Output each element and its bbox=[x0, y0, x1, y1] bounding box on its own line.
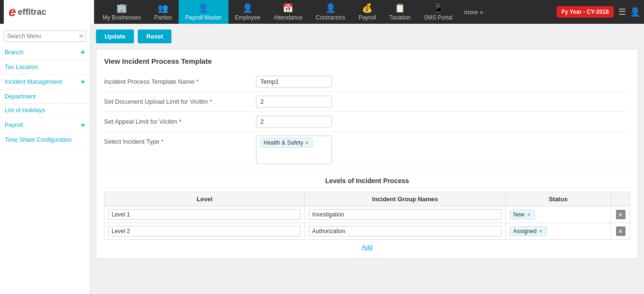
nav-item-my-businesses[interactable]: 🏢My Businesses bbox=[96, 0, 148, 24]
nav-item-parties[interactable]: 👥Parties bbox=[148, 0, 179, 24]
incident-type-tag-area[interactable]: Health & Safety ✕ bbox=[256, 136, 332, 164]
levels-col-0: Level bbox=[104, 192, 305, 206]
delete-button-row-2[interactable]: ✕ bbox=[616, 226, 625, 236]
status-remove-row-2[interactable]: ✕ bbox=[539, 228, 543, 235]
template-name-input[interactable] bbox=[256, 76, 332, 88]
sidebar-label-branch: Branch bbox=[5, 49, 24, 56]
appeal-limit-input[interactable] bbox=[256, 116, 332, 127]
levels-col-3 bbox=[611, 192, 630, 206]
logo-area: e effitrac bbox=[4, 0, 94, 24]
group-cell-row-1 bbox=[305, 206, 505, 223]
status-cell-row-1: New ✕ bbox=[505, 206, 611, 223]
doc-upload-limit-input[interactable] bbox=[256, 96, 332, 108]
nav-label-my-businesses: My Businesses bbox=[103, 14, 141, 21]
group-input-row-1[interactable] bbox=[309, 209, 501, 220]
level-cell-row-1 bbox=[104, 206, 305, 223]
sidebar-plus-incident-management[interactable]: + bbox=[81, 78, 85, 86]
sidebar-item-payroll[interactable]: Payroll+ bbox=[0, 118, 90, 133]
fy-badge[interactable]: Fy Year - CY-2018 bbox=[557, 6, 614, 18]
nav-item-taxation[interactable]: 📋Taxation bbox=[383, 0, 417, 24]
tag-label-health-safety: Health & Safety bbox=[264, 139, 303, 146]
sidebar-item-tax-location[interactable]: Tax Location bbox=[0, 60, 90, 74]
logo-brand: effitrac bbox=[18, 7, 47, 17]
user-icon[interactable]: 👤 bbox=[630, 7, 640, 17]
nav-icon-my-businesses: 🏢 bbox=[116, 3, 127, 13]
field-incident-type: Health & Safety ✕ bbox=[256, 136, 630, 164]
nav-more[interactable]: more » bbox=[459, 6, 488, 19]
sidebar-label-list-of-holidays: List of Holidays bbox=[5, 107, 45, 114]
delete-cell-row-1: ✕ bbox=[611, 206, 630, 223]
form-row-appeal-limit: Set Appeal Limit for Vicitim * bbox=[104, 112, 630, 132]
sidebar-item-department[interactable]: Department bbox=[0, 90, 90, 104]
logo-letter: e bbox=[9, 4, 16, 20]
reset-button[interactable]: Reset bbox=[138, 29, 171, 43]
nav-item-sms-portal[interactable]: 📱SMS Portal bbox=[417, 0, 459, 24]
field-doc-upload-limit bbox=[256, 96, 630, 108]
nav-icon-contractors: 👤 bbox=[325, 3, 336, 13]
update-button[interactable]: Update bbox=[96, 29, 134, 43]
sidebar-label-incident-management: Incident Management bbox=[5, 78, 62, 85]
status-label-row-1: New bbox=[513, 211, 525, 218]
label-doc-upload-limit: Set Document Upload Limit for Vicitim * bbox=[104, 96, 256, 105]
form-panel: View Incident Process Template Incident … bbox=[96, 49, 638, 259]
nav-item-contractors[interactable]: 👤Contractors bbox=[309, 0, 352, 24]
nav-icon-sms-portal: 📱 bbox=[433, 3, 444, 13]
sidebar-item-list-of-holidays[interactable]: List of Holidays bbox=[0, 104, 90, 118]
sidebar-plus-branch[interactable]: + bbox=[81, 48, 85, 57]
nav-label-payroll-master: Payroll Master bbox=[185, 14, 222, 21]
search-clear-icon[interactable]: ✕ bbox=[78, 32, 84, 40]
sidebar-item-incident-management[interactable]: Incident Management+ bbox=[0, 74, 90, 90]
form-row-doc-upload-limit: Set Document Upload Limit for Vicitim * bbox=[104, 92, 630, 112]
label-template-name: Incident Process Template Name * bbox=[104, 76, 256, 85]
levels-tbody: New ✕ ✕ Assigned ✕ ✕ bbox=[104, 206, 630, 240]
level-input-row-1[interactable] bbox=[108, 209, 301, 220]
tag-remove-health-safety[interactable]: ✕ bbox=[305, 140, 309, 146]
nav-item-payroll[interactable]: 💰Payroll bbox=[352, 0, 383, 24]
sidebar-item-branch[interactable]: Branch+ bbox=[0, 45, 90, 60]
nav-item-attendance[interactable]: 📅Attendance bbox=[267, 0, 309, 24]
status-cell-row-2: Assigned ✕ bbox=[505, 223, 611, 240]
nav-items: 🏢My Businesses👥Parties👤Payroll Master👤Em… bbox=[96, 0, 557, 24]
sidebar-label-payroll: Payroll bbox=[5, 122, 23, 128]
nav-label-attendance: Attendance bbox=[274, 14, 303, 21]
sidebar-label-department: Department bbox=[5, 93, 36, 100]
nav-icon-parties: 👥 bbox=[158, 3, 168, 13]
nav-label-taxation: Taxation bbox=[389, 14, 411, 21]
status-tag-row-1: New ✕ bbox=[510, 210, 535, 219]
main-content: Update Reset View Incident Process Templ… bbox=[90, 24, 644, 294]
levels-table: LevelIncident Group NamesStatus New ✕ ✕ … bbox=[104, 192, 630, 240]
table-row: Assigned ✕ ✕ bbox=[104, 223, 630, 240]
status-tag-row-2: Assigned ✕ bbox=[510, 226, 547, 236]
label-appeal-limit: Set Appeal Limit for Vicitim * bbox=[104, 116, 256, 125]
nav-icon-taxation: 📋 bbox=[395, 3, 405, 13]
label-incident-type: Select Incident Type * bbox=[104, 136, 256, 145]
form-row-incident-type: Select Incident Type * Health & Safety ✕ bbox=[104, 132, 630, 168]
levels-thead: LevelIncident Group NamesStatus bbox=[104, 192, 630, 206]
action-bar: Update Reset bbox=[96, 29, 638, 43]
nav-label-parties: Parties bbox=[154, 14, 172, 21]
levels-col-1: Incident Group Names bbox=[305, 192, 505, 206]
level-input-row-2[interactable] bbox=[108, 226, 301, 236]
sidebar: ✕ Branch+Tax LocationIncident Management… bbox=[0, 24, 90, 294]
sidebar-plus-payroll[interactable]: + bbox=[81, 121, 85, 129]
status-remove-row-1[interactable]: ✕ bbox=[527, 212, 531, 218]
nav-icon-payroll-master: 👤 bbox=[198, 3, 208, 13]
search-wrap: ✕ bbox=[4, 30, 86, 42]
group-cell-row-2 bbox=[305, 223, 505, 240]
tag-health-safety: Health & Safety ✕ bbox=[260, 138, 313, 147]
delete-button-row-1[interactable]: ✕ bbox=[616, 210, 625, 219]
field-template-name bbox=[256, 76, 630, 88]
nav-item-employee[interactable]: 👤Employee bbox=[228, 0, 267, 24]
add-link[interactable]: Add bbox=[104, 244, 630, 251]
sidebar-item-time-sheet-configuration[interactable]: Time Sheet Configuration bbox=[0, 133, 90, 147]
search-input[interactable] bbox=[7, 33, 78, 39]
nav-icon-payroll: 💰 bbox=[362, 3, 372, 13]
levels-section: Levels of Incident Process LevelIncident… bbox=[104, 177, 630, 251]
levels-col-2: Status bbox=[505, 192, 611, 206]
nav-item-payroll-master[interactable]: 👤Payroll Master bbox=[179, 0, 228, 24]
sidebar-label-time-sheet-configuration: Time Sheet Configuration bbox=[5, 137, 72, 143]
nav-label-sms-portal: SMS Portal bbox=[424, 14, 453, 21]
group-input-row-2[interactable] bbox=[309, 226, 501, 236]
table-row: New ✕ ✕ bbox=[104, 206, 630, 223]
menu-icon[interactable]: ☰ bbox=[618, 7, 626, 17]
